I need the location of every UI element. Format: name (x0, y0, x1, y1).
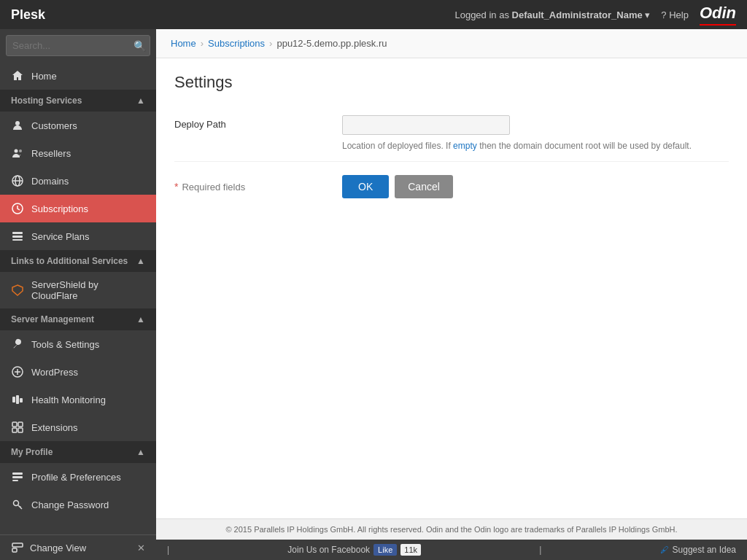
svg-rect-12 (12, 397, 15, 402)
change-view-icon (11, 541, 24, 554)
extensions-icon (11, 421, 24, 434)
deploy-path-label: Deploy Path (174, 115, 342, 130)
change-view-label: Change View (30, 542, 86, 553)
svg-rect-16 (18, 422, 23, 427)
svg-rect-23 (12, 543, 23, 547)
sidebar-item-home[interactable]: Home (0, 62, 156, 90)
sidebar-item-profile-preferences[interactable]: Profile & Preferences (0, 463, 156, 491)
page-content: Settings Deploy Path Location of deploye… (156, 58, 747, 518)
svg-rect-21 (12, 480, 18, 481)
deploy-path-hint: Location of deployed files. If empty the… (342, 139, 707, 152)
ok-button[interactable]: OK (342, 175, 389, 198)
sidebar-item-change-password[interactable]: Change Password (0, 491, 156, 518)
deploy-path-row: Deploy Path Location of deployed files. … (174, 106, 729, 162)
svg-rect-19 (12, 472, 23, 475)
change-view-close[interactable]: ✕ (137, 542, 145, 553)
sidebar-item-servershield[interactable]: ServerShield by CloudFlare (0, 272, 156, 308)
key-icon (11, 498, 24, 511)
topbar: Plesk Logged in as Default_Administrator… (0, 0, 747, 29)
deploy-path-input[interactable] (342, 115, 510, 135)
suggest-idea-item[interactable]: 🖋 Suggest an Idea (660, 545, 736, 555)
svg-rect-14 (20, 398, 23, 402)
sidebar-item-service-plans[interactable]: Service Plans (0, 222, 156, 250)
required-row: * Required fields OK Cancel (174, 162, 729, 211)
search-icon: 🔍 (133, 40, 146, 52)
logged-in-label: Logged in as Default_Administrator_Name … (454, 9, 650, 20)
sidebar-item-extensions[interactable]: Extensions (0, 413, 156, 441)
breadcrumb-subscriptions[interactable]: Subscriptions (208, 38, 265, 49)
resellers-icon (11, 147, 24, 160)
cancel-button[interactable]: Cancel (395, 175, 453, 198)
svg-marker-10 (12, 285, 23, 295)
subscriptions-icon (11, 202, 24, 215)
servershield-icon (11, 284, 24, 297)
sidebar-item-customers[interactable]: Customers (0, 112, 156, 139)
svg-rect-13 (16, 395, 19, 404)
health-monitoring-icon (11, 393, 24, 406)
suggest-idea-icon: 🖋 (660, 545, 669, 555)
profile-preferences-icon (11, 470, 24, 483)
like-count: 11k (400, 544, 421, 556)
footer-copyright: © 2015 Parallels IP Holdings GmbH. All r… (156, 518, 747, 540)
svg-rect-8 (12, 236, 23, 238)
wordpress-icon (11, 365, 24, 378)
main-layout: 🔍 Home Hosting Services ▲ Customers Rese… (0, 29, 747, 560)
footer-bottom: | Join Us on Facebook Like 11k | 🖋 Sugge… (156, 540, 747, 560)
action-buttons: OK Cancel (342, 175, 453, 198)
breadcrumb-current: ppu12-5.demo.pp.plesk.ru (276, 38, 387, 49)
home-icon (11, 69, 24, 82)
svg-rect-24 (12, 548, 17, 552)
deploy-path-field: Location of deployed files. If empty the… (342, 115, 729, 152)
sidebar-section-links-additional[interactable]: Links to Additional Services ▲ (0, 250, 156, 272)
username-label: Default_Administrator_Name (512, 9, 643, 20)
brand-logo: Plesk (11, 7, 45, 23)
svg-rect-9 (12, 239, 23, 241)
breadcrumb: Home › Subscriptions › ppu12-5.demo.pp.p… (156, 29, 747, 58)
sidebar-item-wordpress[interactable]: WordPress (0, 358, 156, 386)
settings-form: Deploy Path Location of deployed files. … (174, 106, 729, 211)
required-asterisk: * (174, 181, 178, 192)
required-text: Required fields (182, 182, 245, 192)
change-view-bar[interactable]: Change View ✕ (0, 534, 156, 560)
sidebar-search-container: 🔍 (0, 29, 156, 62)
required-label-container: * Required fields (174, 181, 342, 192)
svg-point-22 (14, 501, 19, 506)
sidebar-item-domains[interactable]: Domains (0, 167, 156, 195)
sidebar-item-tools-settings[interactable]: Tools & Settings (0, 330, 156, 358)
domains-icon (11, 174, 24, 187)
svg-rect-18 (18, 428, 23, 432)
sidebar-section-server-management[interactable]: Server Management ▲ (0, 308, 156, 330)
sidebar-section-hosting-services[interactable]: Hosting Services ▲ (0, 90, 156, 112)
sidebar-item-health-monitoring[interactable]: Health Monitoring (0, 386, 156, 413)
tools-icon (11, 338, 24, 351)
like-button[interactable]: Like (374, 544, 397, 556)
sidebar: 🔍 Home Hosting Services ▲ Customers Rese… (0, 29, 156, 560)
customers-icon (11, 119, 24, 132)
sidebar-item-resellers[interactable]: Resellers (0, 139, 156, 167)
page-title: Settings (174, 73, 729, 92)
svg-rect-7 (12, 232, 23, 234)
svg-point-1 (15, 149, 18, 153)
help-link[interactable]: ? Help (661, 9, 689, 20)
content-area: Home › Subscriptions › ppu12-5.demo.pp.p… (156, 29, 747, 560)
sidebar-section-my-profile[interactable]: My Profile ▲ (0, 441, 156, 463)
svg-rect-17 (12, 428, 17, 432)
search-input[interactable] (6, 35, 150, 56)
svg-rect-20 (12, 476, 23, 478)
service-plans-icon (11, 230, 24, 243)
breadcrumb-home[interactable]: Home (171, 38, 196, 49)
svg-point-2 (19, 149, 22, 152)
svg-point-0 (15, 121, 20, 125)
join-facebook-item[interactable]: Join Us on Facebook Like 11k (287, 544, 421, 556)
sidebar-item-subscriptions[interactable]: Subscriptions (0, 195, 156, 222)
topbar-right: Logged in as Default_Administrator_Name … (454, 4, 736, 26)
svg-rect-15 (12, 422, 17, 427)
odin-logo: Odin (700, 4, 736, 26)
